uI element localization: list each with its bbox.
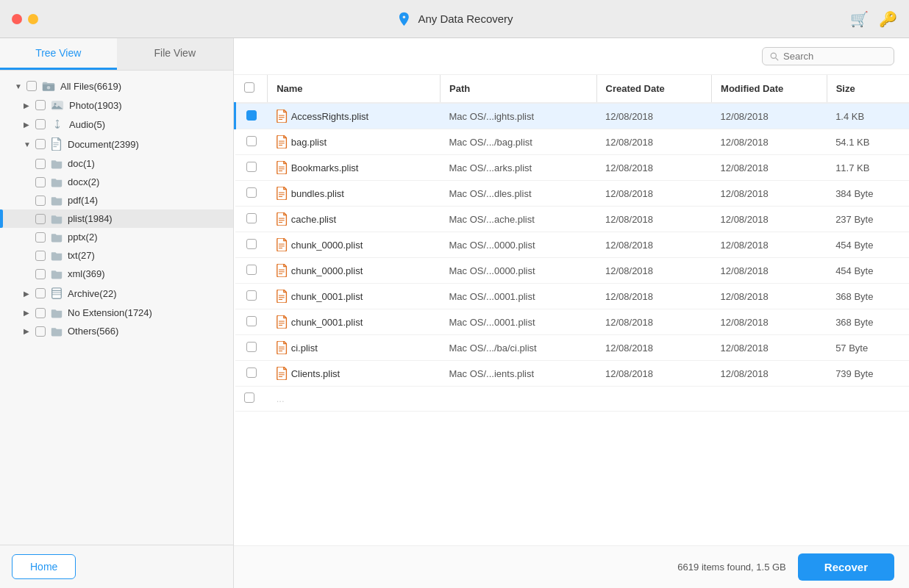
row-checkbox[interactable] — [246, 316, 257, 326]
row-checkbox[interactable] — [246, 162, 257, 172]
cart-icon[interactable]: 🛒 — [850, 10, 869, 28]
row-name-cell[interactable]: cache.plist — [268, 207, 441, 232]
checkbox-plist[interactable] — [35, 214, 46, 224]
col-header-path[interactable]: Path — [441, 75, 596, 103]
row-path-cell: Mac OS/...dles.plist — [441, 181, 596, 207]
table-row[interactable]: cache.plist Mac OS/...ache.plist 12/08/2… — [235, 207, 910, 232]
expand-arrow-audio[interactable]: ▶ — [24, 121, 32, 129]
row-checkbox[interactable] — [246, 265, 257, 275]
home-button[interactable]: Home — [12, 554, 76, 579]
tree-item-doc[interactable]: doc(1) — [0, 154, 233, 173]
table-row[interactable]: ci.plist Mac OS/.../ba/ci.plist 12/08/20… — [235, 335, 910, 361]
tree-item-photo[interactable]: ▶ Photo(1903) — [0, 96, 233, 115]
tree-item-all-files[interactable]: ▼ All Files(6619) — [0, 76, 233, 96]
tree-item-xml[interactable]: xml(369) — [0, 265, 233, 283]
checkbox-all-files[interactable] — [26, 81, 37, 91]
file-plist-icon — [277, 290, 288, 303]
file-name: Clients.plist — [291, 368, 340, 379]
tree-item-archive[interactable]: ▶ Archive(22) — [0, 283, 233, 304]
folder-docx-icon — [51, 177, 63, 187]
expand-arrow-no-ext[interactable]: ▶ — [24, 309, 32, 317]
minimize-button[interactable] — [28, 14, 38, 24]
expand-arrow-photo[interactable]: ▶ — [24, 101, 32, 110]
tree-item-others[interactable]: ▶ Others(566) — [0, 322, 233, 340]
tree-item-document[interactable]: ▼ Document(2399) — [0, 134, 233, 154]
row-name-cell[interactable]: ci.plist — [268, 335, 441, 361]
col-header-size[interactable]: Size — [827, 75, 909, 103]
tab-tree-view[interactable]: Tree View — [0, 38, 117, 70]
row-name-cell[interactable]: chunk_0000.plist — [268, 258, 441, 284]
tree-item-txt[interactable]: txt(27) — [0, 246, 233, 265]
checkbox-others[interactable] — [35, 326, 46, 337]
checkbox-audio[interactable] — [35, 119, 46, 129]
expand-arrow-all-files[interactable]: ▼ — [15, 82, 24, 90]
search-input[interactable] — [783, 51, 886, 62]
tree-item-audio[interactable]: ▶ Audio(5) — [0, 115, 233, 134]
shared-folder-icon — [42, 80, 55, 92]
table-row[interactable]: Bookmarks.plist Mac OS/...arks.plist 12/… — [235, 155, 910, 181]
row-size-cell: 454 Byte — [827, 232, 909, 258]
table-row[interactable]: chunk_0000.plist Mac OS/...0000.plist 12… — [235, 232, 910, 258]
recover-button[interactable]: Recover — [798, 553, 894, 581]
checkbox-archive[interactable] — [35, 288, 46, 298]
row-name-cell[interactable]: chunk_0001.plist — [268, 309, 441, 335]
close-button[interactable] — [12, 14, 22, 24]
file-plist-icon — [277, 187, 288, 200]
row-checkbox[interactable] — [246, 187, 257, 198]
row-size-cell: 454 Byte — [827, 258, 909, 284]
row-name-cell[interactable]: Clients.plist — [268, 361, 441, 387]
table-row[interactable]: Clients.plist Mac OS/...ients.plist 12/0… — [235, 361, 910, 387]
col-header-modified[interactable]: Modified Date — [712, 75, 827, 103]
tab-file-view[interactable]: File View — [117, 38, 234, 70]
row-name-cell[interactable]: bundles.plist — [268, 181, 441, 207]
row-checkbox[interactable] — [246, 213, 257, 223]
tree-item-plist[interactable]: plist(1984) — [0, 209, 233, 228]
table-row[interactable]: ... — [235, 387, 910, 412]
tree-item-pptx[interactable]: pptx(2) — [0, 228, 233, 246]
row-modified-cell: 12/08/2018 — [712, 155, 827, 181]
table-row[interactable]: chunk_0000.plist Mac OS/...0000.plist 12… — [235, 258, 910, 284]
row-name-cell[interactable]: Bookmarks.plist — [268, 155, 441, 181]
expand-arrow-document[interactable]: ▼ — [24, 140, 32, 148]
col-header-name[interactable]: Name — [268, 75, 441, 103]
row-name-cell[interactable]: chunk_0001.plist — [268, 284, 441, 309]
checkbox-no-ext[interactable] — [35, 308, 46, 318]
key-icon[interactable]: 🔑 — [879, 10, 897, 28]
row-checkbox[interactable] — [246, 342, 257, 352]
tree-item-no-extension[interactable]: ▶ No Extension(1724) — [0, 304, 233, 322]
row-checkbox[interactable] — [246, 290, 257, 301]
checkbox-pdf[interactable] — [35, 196, 46, 206]
checkbox-document[interactable] — [35, 139, 46, 149]
tree-item-docx[interactable]: docx(2) — [0, 173, 233, 191]
table-row[interactable]: bundles.plist Mac OS/...dles.plist 12/08… — [235, 181, 910, 207]
checkbox-docx[interactable] — [35, 177, 46, 187]
col-header-created[interactable]: Created Date — [596, 75, 712, 103]
sidebar: Tree View File View ▼ All Files(6619) — [0, 38, 234, 588]
checkbox-pptx[interactable] — [35, 232, 46, 243]
row-checkbox[interactable] — [246, 136, 257, 146]
row-checkbox[interactable] — [246, 110, 257, 121]
row-name-cell[interactable]: AccessRights.plist — [268, 103, 441, 129]
row-check-cell — [235, 181, 268, 207]
svg-point-3 — [54, 103, 57, 105]
checkbox-txt[interactable] — [35, 251, 46, 261]
row-checkbox[interactable] — [246, 239, 257, 249]
checkbox-photo[interactable] — [35, 100, 46, 110]
expand-arrow-others[interactable]: ▶ — [24, 327, 32, 335]
file-name: chunk_0001.plist — [291, 291, 363, 302]
row-checkbox[interactable] — [246, 368, 257, 378]
table-row[interactable]: AccessRights.plist Mac OS/...ights.plist… — [235, 103, 910, 129]
checkbox-xml[interactable] — [35, 269, 46, 279]
tree-item-pdf[interactable]: pdf(14) — [0, 191, 233, 209]
row-path-cell: Mac OS/...ights.plist — [441, 103, 596, 129]
table-row[interactable]: bag.plist Mac OS/.../bag.plist 12/08/201… — [235, 129, 910, 155]
row-checkbox[interactable] — [244, 392, 254, 403]
row-name-cell[interactable]: bag.plist — [268, 129, 441, 155]
expand-arrow-archive[interactable]: ▶ — [24, 290, 32, 298]
checkbox-doc[interactable] — [35, 159, 46, 169]
select-all-checkbox[interactable] — [244, 82, 254, 93]
row-name-cell[interactable]: chunk_0000.plist — [268, 232, 441, 258]
table-row[interactable]: chunk_0001.plist Mac OS/...0001.plist 12… — [235, 309, 910, 335]
row-modified-cell: 12/08/2018 — [712, 309, 827, 335]
table-row[interactable]: chunk_0001.plist Mac OS/...0001.plist 12… — [235, 284, 910, 309]
